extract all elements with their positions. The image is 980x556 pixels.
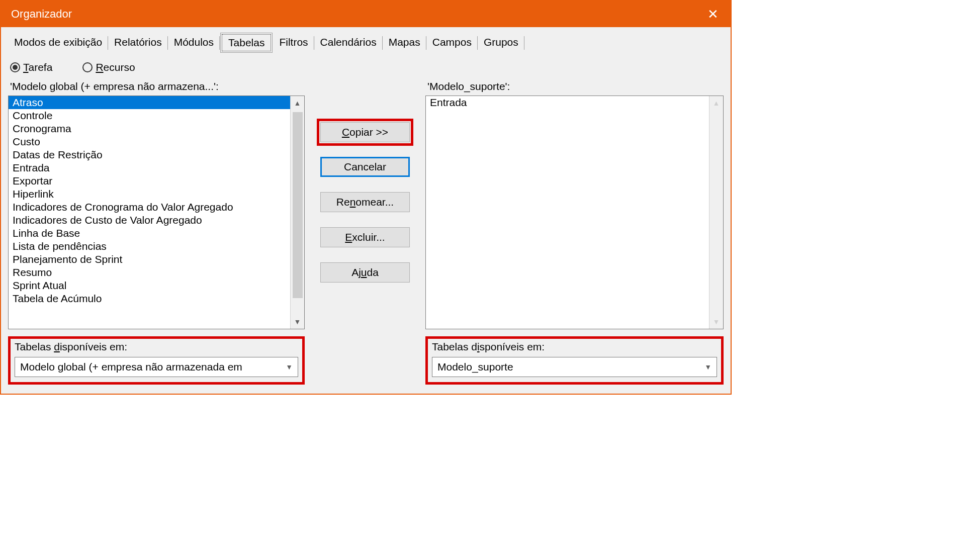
chevron-down-icon: ▼: [704, 363, 711, 371]
middle-column: Copiar >> Cancelar Renomear... Excluir..…: [310, 80, 420, 385]
chevron-up-icon[interactable]: ▲: [294, 99, 301, 107]
chevron-down-icon: ▼: [286, 363, 293, 371]
radio-tarefa-label: Tarefa: [23, 61, 52, 73]
close-icon[interactable]: ✕: [705, 7, 721, 22]
list-item[interactable]: Custo: [9, 135, 290, 148]
right-combobox-value: Modelo_suporte: [437, 361, 513, 373]
organizer-dialog: Organizador ✕ Modos de exibição Relatóri…: [0, 0, 732, 395]
list-item[interactable]: Lista de pendências: [9, 240, 290, 253]
tab-modulos[interactable]: Módulos: [168, 33, 220, 51]
scroll-thumb[interactable]: [293, 112, 303, 298]
chevron-down-icon[interactable]: ▼: [713, 318, 720, 326]
right-listbox[interactable]: Entrada ▲ ▼: [425, 96, 724, 329]
dialog-content: Modos de exibição Relatórios Módulos Tab…: [1, 27, 731, 394]
tab-filtros[interactable]: Filtros: [273, 33, 314, 51]
left-list-label: 'Modelo global (+ empresa não armazena..…: [8, 80, 305, 92]
radio-icon: [10, 62, 20, 72]
tab-grupos[interactable]: Grupos: [478, 33, 524, 51]
left-listbox-items: Atraso Controle Cronograma Custo Datas d…: [9, 96, 290, 329]
list-item[interactable]: Entrada: [426, 96, 709, 109]
left-footer-label: Tabelas disponíveis em:: [15, 341, 298, 353]
list-item[interactable]: Entrada: [9, 161, 290, 174]
chevron-down-icon[interactable]: ▼: [294, 318, 301, 326]
tabstrip: Modos de exibição Relatórios Módulos Tab…: [8, 33, 724, 51]
tab-calendarios[interactable]: Calendários: [314, 33, 383, 51]
left-combobox[interactable]: Modelo global (+ empresa não armazenada …: [15, 357, 298, 377]
tab-campos[interactable]: Campos: [426, 33, 478, 51]
list-item[interactable]: Tabela de Acúmulo: [9, 292, 290, 305]
copy-button-highlight: Copiar >>: [317, 119, 413, 146]
left-footer-box: Tabelas disponíveis em: Modelo global (+…: [8, 336, 305, 385]
rename-button[interactable]: Renomear...: [320, 192, 410, 212]
main-columns: 'Modelo global (+ empresa não armazena..…: [8, 80, 724, 385]
radio-tarefa[interactable]: Tarefa: [10, 61, 52, 73]
left-column: 'Modelo global (+ empresa não armazena..…: [8, 80, 305, 385]
help-button[interactable]: Ajuda: [320, 262, 410, 283]
list-item[interactable]: Planejamento de Sprint: [9, 253, 290, 266]
tab-relatorios[interactable]: Relatórios: [108, 33, 168, 51]
copy-button[interactable]: Copiar >>: [320, 122, 410, 142]
right-footer-box: Tabelas disponíveis em: Modelo_suporte ▼: [425, 336, 724, 385]
list-item[interactable]: Atraso: [9, 96, 290, 109]
list-item[interactable]: Indicadores de Custo de Valor Agregado: [9, 214, 290, 227]
list-item[interactable]: Controle: [9, 109, 290, 122]
right-combobox[interactable]: Modelo_suporte ▼: [432, 357, 717, 377]
radio-recurso[interactable]: Recurso: [82, 61, 135, 73]
left-listbox[interactable]: Atraso Controle Cronograma Custo Datas d…: [8, 96, 305, 329]
tab-tabelas[interactable]: Tabelas: [222, 34, 271, 51]
scrollbar[interactable]: ▲ ▼: [290, 96, 304, 329]
right-footer-label: Tabelas disponíveis em:: [432, 341, 717, 353]
right-column: 'Modelo_suporte': Entrada ▲ ▼ Tabelas di…: [425, 80, 724, 385]
chevron-up-icon[interactable]: ▲: [713, 99, 720, 107]
left-combobox-value: Modelo global (+ empresa não armazenada …: [20, 361, 242, 373]
radio-icon: [82, 62, 93, 72]
right-listbox-items: Entrada: [426, 96, 709, 329]
list-item[interactable]: Hiperlink: [9, 188, 290, 201]
titlebar[interactable]: Organizador ✕: [1, 1, 731, 27]
list-item[interactable]: Cronograma: [9, 122, 290, 135]
cancel-button[interactable]: Cancelar: [320, 157, 410, 177]
list-item[interactable]: Datas de Restrição: [9, 148, 290, 161]
list-item[interactable]: Resumo: [9, 266, 290, 279]
radio-recurso-label: Recurso: [96, 61, 135, 73]
right-list-label: 'Modelo_suporte':: [425, 80, 724, 92]
list-item[interactable]: Linha de Base: [9, 227, 290, 240]
radio-group: Tarefa Recurso: [8, 61, 724, 73]
scrollbar[interactable]: ▲ ▼: [709, 96, 723, 329]
tab-mapas[interactable]: Mapas: [383, 33, 426, 51]
list-item[interactable]: Exportar: [9, 174, 290, 188]
dialog-title: Organizador: [11, 8, 72, 21]
list-item[interactable]: Indicadores de Cronograma do Valor Agreg…: [9, 201, 290, 214]
list-item[interactable]: Sprint Atual: [9, 279, 290, 292]
delete-button[interactable]: Excluir...: [320, 227, 410, 247]
tab-modos-de-exibicao[interactable]: Modos de exibição: [8, 33, 108, 51]
